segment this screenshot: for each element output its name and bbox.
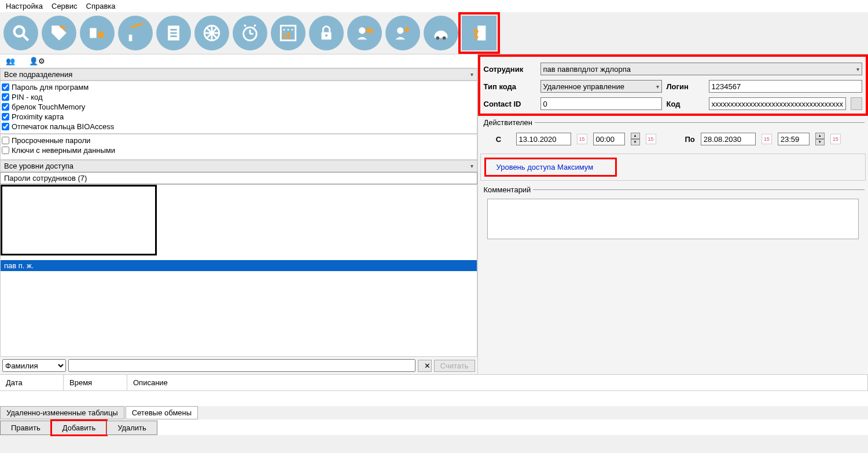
clear-search-button[interactable]: ✕: [418, 360, 432, 372]
svg-point-32: [404, 27, 410, 32]
codetype-value: Удаленное управление: [543, 82, 624, 91]
users-icon[interactable]: [385, 16, 420, 50]
validity-fieldset: Действителен С 13.10.2020 15 00:00 ▲▼ 15…: [481, 118, 865, 149]
bottom-action-buttons: Править Добавить Удалить: [0, 421, 868, 435]
checkbox[interactable]: [2, 83, 9, 91]
svg-point-22: [284, 29, 285, 31]
checkbox[interactable]: [2, 103, 9, 111]
barrier-icon[interactable]: [118, 16, 153, 50]
check-item[interactable]: Proximity карта: [2, 112, 476, 122]
svg-rect-6: [129, 35, 133, 41]
svg-rect-35: [477, 25, 486, 41]
menu-settings[interactable]: Настройка: [6, 2, 43, 10]
menu-service[interactable]: Сервис: [52, 2, 78, 10]
svg-point-24: [292, 29, 293, 31]
col-date[interactable]: Дата: [0, 375, 64, 390]
code-aux-button[interactable]: [851, 97, 862, 110]
calendar-icon[interactable]: 15: [646, 134, 656, 144]
svg-rect-26: [288, 32, 290, 39]
svg-point-34: [443, 36, 446, 40]
svg-point-33: [436, 36, 440, 40]
check-label: PIN - код: [12, 92, 43, 102]
delete-button[interactable]: Удалить: [106, 421, 157, 435]
from-time-input[interactable]: 00:00: [593, 133, 625, 145]
svg-point-36: [473, 29, 479, 34]
menu-help[interactable]: Справка: [86, 2, 116, 10]
chart-icon[interactable]: [271, 16, 306, 50]
tag-icon[interactable]: [42, 16, 76, 50]
selected-employee[interactable]: пав п. ж.: [1, 260, 477, 271]
search-field-select[interactable]: Фамилия: [2, 359, 66, 372]
svg-point-29: [359, 27, 365, 34]
bottom-grid: Дата Время Описание Удаленно-измененные …: [0, 374, 868, 435]
check-item[interactable]: Ключи с неверными данными: [2, 145, 476, 155]
levels-dropdown[interactable]: Все уровни доступа ▾: [0, 160, 477, 172]
clock-icon[interactable]: [233, 16, 267, 50]
add-button[interactable]: Добавить: [52, 421, 106, 435]
check-item[interactable]: Просроченные пароли: [2, 136, 476, 145]
check-item[interactable]: Пароль для программ: [2, 82, 476, 92]
user-card-icon[interactable]: [347, 16, 382, 50]
checkbox[interactable]: [2, 137, 9, 144]
left-panel: 👥 👤⚙ Все подразделения ▾ Пароль для прог…: [0, 54, 478, 374]
toolbar: [0, 12, 868, 54]
chevron-down-icon: ▾: [470, 71, 473, 78]
codetype-label: Тип кода: [484, 82, 536, 91]
emp-value: пав павпвпдлот ждлорпа: [543, 65, 631, 74]
dept-dropdown[interactable]: Все подразделения ▾: [0, 68, 477, 81]
calendar-icon[interactable]: 15: [577, 134, 587, 144]
tab-network-exchange[interactable]: Сетевые обмены: [126, 406, 198, 419]
checkbox[interactable]: [2, 113, 9, 120]
col-time[interactable]: Время: [64, 375, 127, 390]
calendar-icon[interactable]: 15: [762, 134, 772, 144]
col-desc[interactable]: Описание: [127, 375, 868, 390]
checkbox[interactable]: [2, 123, 9, 130]
tab-usergear[interactable]: 👤⚙: [24, 56, 50, 67]
right-panel: Сотрудник пав павпвпдлот ждлорпа ▾ Тип к…: [478, 54, 869, 374]
comment-label: Комментарий: [481, 185, 534, 194]
search-row: Фамилия ✕ Считать: [0, 357, 477, 374]
chevron-down-icon: ▾: [656, 83, 659, 90]
devices-icon[interactable]: [80, 16, 115, 50]
search-icon[interactable]: [3, 16, 38, 50]
read-button: Считать: [434, 360, 475, 372]
tab-users[interactable]: 👥: [1, 56, 20, 67]
codetype-combo[interactable]: Удаленное управление ▾: [540, 80, 662, 93]
wheel-icon[interactable]: [194, 16, 229, 50]
to-time-input[interactable]: 23:59: [778, 133, 810, 145]
svg-rect-30: [366, 28, 373, 34]
calendar-icon[interactable]: 15: [830, 134, 841, 144]
to-time-spinner[interactable]: ▲▼: [815, 133, 825, 145]
login-field[interactable]: 1234567: [709, 80, 863, 93]
access-level-box[interactable]: Уровень доступа Максимум: [484, 158, 617, 177]
from-date-input[interactable]: 13.10.2020: [516, 133, 571, 145]
checkbox[interactable]: [2, 147, 9, 154]
key-panel-icon[interactable]: [462, 16, 496, 50]
car-icon[interactable]: [424, 16, 458, 50]
from-time-spinner[interactable]: ▲▼: [631, 133, 640, 145]
svg-line-1: [23, 35, 28, 41]
checkbox[interactable]: [2, 93, 9, 101]
lock-icon[interactable]: [309, 16, 344, 50]
svg-point-28: [325, 34, 328, 36]
levels-dropdown-label: Все уровни доступа: [4, 162, 73, 170]
emp-combo[interactable]: пав павпвпдлот ждлорпа ▾: [540, 63, 863, 75]
to-label: По: [685, 135, 695, 144]
bottom-tabs: Удаленно-измененные таблицы Сетевые обме…: [0, 406, 868, 419]
contact-label: Contact ID: [484, 100, 536, 108]
code-field[interactable]: xxxxxxxxxxxxxxxxxxxxxxxxxxxxxxxxxxx: [709, 97, 847, 110]
contact-field[interactable]: 0: [540, 97, 662, 110]
access-level-text: Уровень доступа Максимум: [492, 160, 598, 174]
employee-list[interactable]: пав п. ж.: [0, 184, 477, 357]
search-input[interactable]: [68, 359, 415, 372]
document-icon[interactable]: [156, 16, 191, 50]
check-label: Отпечаток пальца BIOAccess: [12, 122, 114, 131]
check-item[interactable]: PIN - код: [2, 92, 476, 102]
check-item[interactable]: брелок TouchMemory: [2, 102, 476, 112]
tab-remote-tables[interactable]: Удаленно-измененные таблицы: [0, 406, 124, 419]
passwords-header: Пароли сотрудников (7): [0, 172, 477, 184]
to-date-input[interactable]: 28.08.2030: [701, 133, 756, 145]
check-item[interactable]: Отпечаток пальца BIOAccess: [2, 122, 476, 131]
comment-textarea[interactable]: [487, 199, 859, 239]
edit-button[interactable]: Править: [0, 421, 52, 435]
